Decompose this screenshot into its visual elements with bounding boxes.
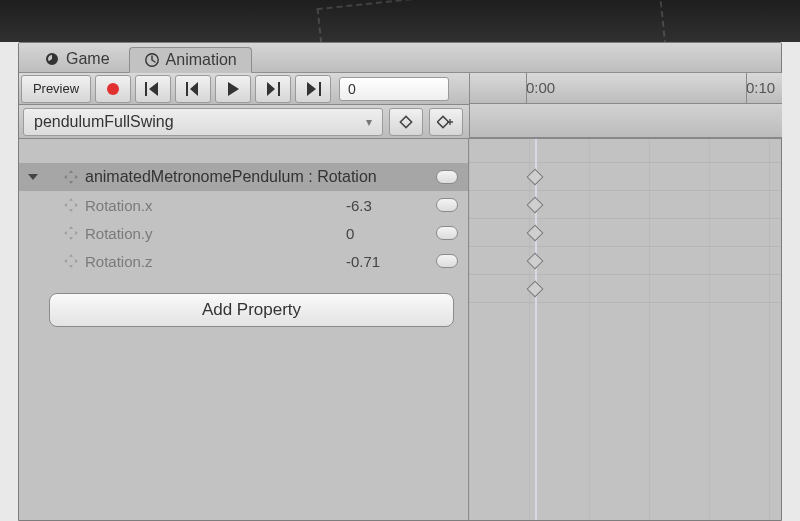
ruler-tick — [746, 73, 747, 103]
add-keyframe-button[interactable] — [429, 108, 463, 136]
property-list: animatedMetronomePendulum : Rotation Rot… — [19, 139, 468, 327]
scene-backdrop — [0, 0, 800, 42]
clock-icon — [144, 52, 160, 68]
time-ruler[interactable]: 0:00 0:10 — [469, 73, 782, 104]
next-key-icon — [265, 82, 281, 96]
skip-start-icon — [144, 82, 162, 96]
skip-end-icon — [304, 82, 322, 96]
add-property-button[interactable]: Add Property — [49, 293, 454, 327]
key-toggle[interactable] — [436, 170, 458, 184]
transform-icon — [63, 197, 79, 213]
property-panel: animatedMetronomePendulum : Rotation Rot… — [19, 139, 469, 520]
property-label: Rotation.z — [85, 253, 346, 270]
add-property-label: Add Property — [202, 300, 301, 320]
key-toggle[interactable] — [436, 254, 458, 268]
property-value[interactable]: 0 — [346, 225, 426, 242]
svg-rect-1 — [400, 116, 411, 127]
clip-dropdown[interactable]: pendulumFullSwing ▾ — [23, 108, 383, 136]
property-row[interactable]: Rotation.y 0 — [19, 219, 468, 247]
clip-name: pendulumFullSwing — [34, 113, 174, 131]
property-row[interactable]: Rotation.z -0.71 — [19, 247, 468, 275]
record-icon — [107, 83, 119, 95]
ruler-tick — [526, 73, 527, 103]
property-header-label: animatedMetronomePendulum : Rotation — [85, 168, 426, 186]
dopesheet-grid[interactable] — [469, 139, 781, 520]
property-row[interactable]: Rotation.x -6.3 — [19, 191, 468, 219]
dopesheet[interactable] — [469, 139, 781, 520]
diamond-plus-icon — [437, 115, 455, 129]
key-toggle[interactable] — [436, 226, 458, 240]
grid-lines — [469, 139, 781, 520]
prev-key-button[interactable] — [175, 75, 211, 103]
dropdown-icon: ▾ — [366, 115, 372, 129]
tab-game[interactable]: Game — [29, 46, 125, 72]
first-frame-button[interactable] — [135, 75, 171, 103]
property-value[interactable]: -0.71 — [346, 253, 426, 270]
property-label: Rotation.x — [85, 197, 346, 214]
diamond-icon — [399, 115, 413, 129]
prev-key-icon — [185, 82, 201, 96]
tab-game-label: Game — [66, 50, 110, 68]
ruler-tick-label: 0:10 — [746, 79, 775, 96]
game-icon — [44, 51, 60, 67]
frame-field[interactable]: 0 — [339, 77, 449, 101]
key-toggle[interactable] — [436, 198, 458, 212]
property-label: Rotation.y — [85, 225, 346, 242]
keyframe-mode-button[interactable] — [389, 108, 423, 136]
property-value[interactable]: -6.3 — [346, 197, 426, 214]
preview-button[interactable]: Preview — [21, 75, 91, 103]
ruler-tick-label: 0:00 — [526, 79, 555, 96]
preview-label: Preview — [33, 81, 79, 96]
play-icon — [226, 82, 240, 96]
record-button[interactable] — [95, 75, 131, 103]
transform-icon — [63, 169, 79, 185]
property-header-row[interactable]: animatedMetronomePendulum : Rotation — [19, 163, 468, 191]
event-track[interactable] — [469, 104, 782, 138]
animation-body: animatedMetronomePendulum : Rotation Rot… — [19, 139, 781, 520]
svg-rect-2 — [437, 116, 448, 127]
last-frame-button[interactable] — [295, 75, 331, 103]
transform-icon — [63, 253, 79, 269]
foldout-icon[interactable] — [27, 171, 39, 183]
frame-value: 0 — [348, 81, 356, 97]
play-button[interactable] — [215, 75, 251, 103]
next-key-button[interactable] — [255, 75, 291, 103]
tab-animation[interactable]: Animation — [129, 47, 252, 73]
tab-animation-label: Animation — [166, 51, 237, 69]
transform-icon — [63, 225, 79, 241]
tab-bar: Game Animation — [19, 43, 781, 73]
